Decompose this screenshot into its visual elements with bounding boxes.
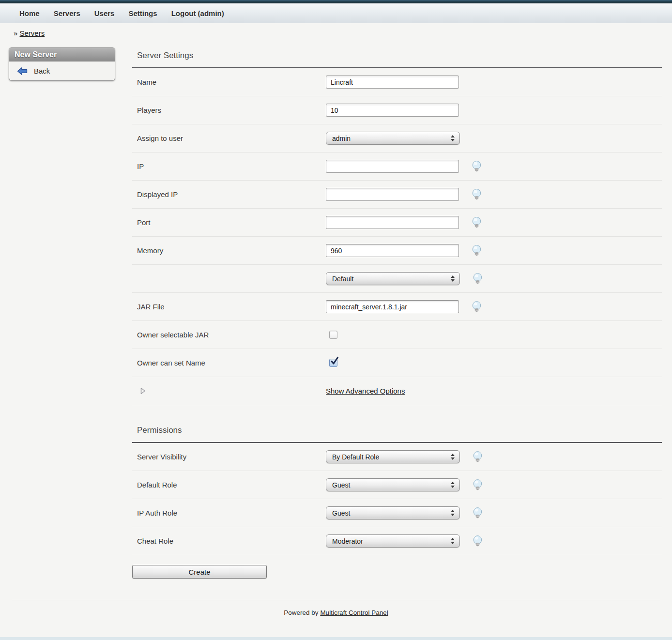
selected-option: admin <box>326 135 351 142</box>
server-visibility-row: Server VisibilityBy Default Role <box>132 443 662 471</box>
default-role-select[interactable]: Guest <box>326 478 460 491</box>
breadcrumb-prefix: » <box>14 29 17 37</box>
breadcrumb-servers-link[interactable]: Servers <box>20 29 45 37</box>
row-control: Guest <box>326 506 460 519</box>
row-control <box>326 216 459 229</box>
sidebar-menu: New Server Back <box>9 47 115 81</box>
selected-option: Default <box>326 275 353 283</box>
permissions-form: Server VisibilityBy Default RoleDefault … <box>132 443 662 555</box>
footer: Powered by Multicraft Control Panel <box>0 609 672 630</box>
owner-can-set-name-checkbox[interactable] <box>329 359 337 367</box>
server-visibility-select[interactable]: By Default Role <box>326 450 460 463</box>
hint-bulb-icon[interactable] <box>472 161 482 172</box>
expand-arrow-icon <box>140 387 146 395</box>
main-panel: Server Settings NamePlayersAssign to use… <box>132 38 662 600</box>
field-label: Name <box>132 78 326 86</box>
name-input[interactable] <box>326 76 459 89</box>
ip-auth-role-select[interactable]: Guest <box>326 506 460 519</box>
field-label: Assign to user <box>132 134 326 142</box>
field-label: Displayed IP <box>132 190 326 198</box>
nav-item-users[interactable]: Users <box>94 9 115 17</box>
footer-divider <box>12 600 660 600</box>
hint-bulb-icon[interactable] <box>472 245 482 256</box>
selected-option: By Default Role <box>326 453 379 461</box>
jar-file-input[interactable] <box>326 300 459 313</box>
hint-bulb-icon[interactable] <box>473 507 483 518</box>
default-row: Default <box>132 265 662 293</box>
displayed-ip-input[interactable] <box>326 188 459 201</box>
back-arrow-icon <box>16 67 28 76</box>
permissions-heading: Permissions <box>132 405 662 443</box>
cheat-role-row: Cheat RoleModerator <box>132 527 662 555</box>
nav-item-logout-admin[interactable]: Logout (admin) <box>171 9 224 17</box>
selected-option: Guest <box>326 481 350 489</box>
submit-row: Create <box>132 555 662 600</box>
row-control: admin <box>326 132 460 145</box>
jar-file-row: JAR File <box>132 293 662 321</box>
show-advanced-options-link[interactable]: Show Advanced Options <box>326 387 405 395</box>
players-input[interactable] <box>326 104 459 117</box>
powered-by-text: Powered by <box>284 609 318 616</box>
assign-to-user-select[interactable]: admin <box>326 132 460 145</box>
select-stepper-icon <box>451 454 455 460</box>
hint-bulb-icon[interactable] <box>473 451 483 462</box>
server-settings-heading: Server Settings <box>132 38 662 68</box>
bottom-accent-bar <box>0 637 672 640</box>
default-select[interactable]: Default <box>326 272 460 285</box>
ip-input[interactable] <box>326 160 459 173</box>
field-label <box>132 387 326 395</box>
row-control: Moderator <box>326 534 460 548</box>
field-label: Cheat Role <box>132 537 326 545</box>
server-settings-form: NamePlayersAssign to useradminIPDisplaye… <box>132 68 662 405</box>
select-stepper-icon <box>451 135 455 141</box>
port-input[interactable] <box>326 216 459 229</box>
field-label: Server Visibility <box>132 453 326 461</box>
hint-bulb-icon[interactable] <box>473 535 483 547</box>
select-stepper-icon <box>451 510 455 516</box>
row-control: Default <box>326 272 460 285</box>
hint-bulb-icon[interactable] <box>472 217 482 228</box>
field-label: Players <box>132 106 326 114</box>
main-navigation: HomeServersUsersSettingsLogout (admin) <box>0 3 672 23</box>
field-label: IP Auth Role <box>132 509 326 517</box>
field-label: JAR File <box>132 303 326 311</box>
field-label: Default Role <box>132 481 326 489</box>
field-label: Owner selectable JAR <box>132 331 326 339</box>
nav-item-home[interactable]: Home <box>19 9 40 17</box>
hint-bulb-icon[interactable] <box>473 479 483 490</box>
hint-bulb-icon[interactable] <box>473 273 483 284</box>
memory-row: Memory <box>132 237 662 265</box>
select-stepper-icon <box>451 482 455 488</box>
top-accent-bar <box>0 0 672 3</box>
row-control <box>326 188 459 201</box>
field-label: Memory <box>132 246 326 255</box>
players-row: Players <box>132 96 662 124</box>
owner-can-set-name-row: Owner can set Name <box>132 349 662 377</box>
nav-item-settings[interactable]: Settings <box>128 9 157 17</box>
nav-item-servers[interactable]: Servers <box>54 9 80 17</box>
row-control <box>326 300 459 313</box>
displayed-ip-row: Displayed IP <box>132 181 662 209</box>
create-button[interactable]: Create <box>132 565 267 579</box>
ip-row: IP <box>132 152 662 181</box>
row-control <box>326 359 337 367</box>
select-stepper-icon <box>451 538 455 544</box>
row-control <box>326 104 459 117</box>
multicraft-link[interactable]: Multicraft Control Panel <box>320 609 388 616</box>
memory-input[interactable] <box>326 244 459 257</box>
row-control: Show Advanced Options <box>326 387 405 395</box>
hint-bulb-icon[interactable] <box>472 301 482 312</box>
row-control: By Default Role <box>326 450 460 463</box>
row-control: Guest <box>326 478 460 491</box>
sidebar-title: New Server <box>9 48 115 61</box>
owner-selectable-jar-checkbox[interactable] <box>329 331 337 339</box>
port-row: Port <box>132 209 662 237</box>
hint-bulb-icon[interactable] <box>472 189 482 200</box>
row-control <box>326 160 459 173</box>
sidebar-item-back[interactable]: Back <box>9 61 115 80</box>
field-row: Show Advanced Options <box>132 377 662 405</box>
sidebar-item-label: Back <box>34 67 50 75</box>
cheat-role-select[interactable]: Moderator <box>326 534 460 548</box>
name-row: Name <box>132 68 662 96</box>
row-control <box>326 331 337 339</box>
